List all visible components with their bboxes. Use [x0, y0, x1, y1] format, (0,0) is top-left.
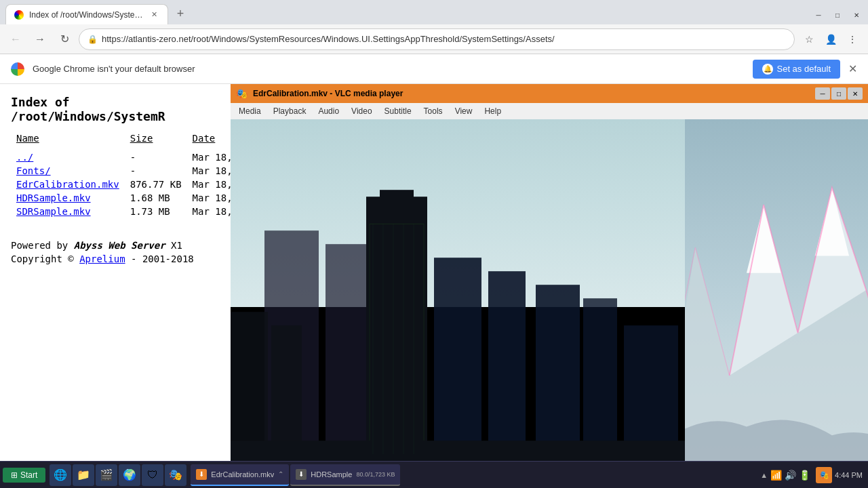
- vlc-menu-help[interactable]: Help: [479, 105, 507, 117]
- svg-rect-7: [231, 312, 268, 461]
- set-default-icon: 🔔: [762, 64, 773, 75]
- chrome-window: Index of /root/Windows/SystemRes... ✕ + …: [0, 0, 868, 488]
- svg-rect-6: [488, 271, 526, 461]
- file-size: 876.77 KB: [125, 178, 187, 191]
- tab-title: Index of /root/Windows/SystemRes...: [29, 10, 143, 20]
- active-tab[interactable]: Index of /root/Windows/SystemRes... ✕: [5, 4, 168, 24]
- system-time: 4:44 PM: [835, 471, 863, 479]
- col-date: Date: [187, 131, 231, 145]
- vlc-menu-playback[interactable]: Playback: [268, 105, 312, 117]
- file-link-sdr[interactable]: SDRSample.mkv: [16, 206, 91, 217]
- taskbar-item-size: 80.0/1,723 KB: [356, 471, 395, 478]
- new-tab-button[interactable]: +: [171, 4, 190, 23]
- tab-close-button[interactable]: ✕: [149, 9, 159, 20]
- tab-bar: Index of /root/Windows/SystemRes... ✕ + …: [0, 0, 868, 24]
- file-date: Mar 18, 2019 22:46:39: [187, 191, 231, 205]
- file-date: Mar 18, 2019 22:53:20: [187, 164, 231, 178]
- table-row: Fonts/ - Mar 18, 2019 22:53:20: [11, 164, 231, 178]
- table-row: SDRSample.mkv 1.73 MB Mar 18, 2019 22:46…: [11, 205, 231, 218]
- mountain-svg: [685, 119, 868, 461]
- reload-button[interactable]: ↻: [54, 29, 75, 49]
- svg-rect-9: [536, 285, 580, 461]
- file-index-page: Index of /root/Windows/SystemR Name Size…: [0, 84, 231, 461]
- vlc-menu-tools[interactable]: Tools: [418, 105, 448, 117]
- close-button[interactable]: ✕: [848, 8, 865, 22]
- taskbar-item-hdr[interactable]: ⬇ HDRSample 80.0/1,723 KB: [290, 464, 400, 486]
- col-name: Name: [11, 131, 125, 145]
- file-size: -: [125, 150, 187, 164]
- vlc-minimize[interactable]: ─: [815, 87, 830, 100]
- vlc-menu-subtitle[interactable]: Subtitle: [379, 105, 417, 117]
- footer: Powered by Abyss Web Server X1 Copyright…: [11, 240, 220, 264]
- vlc-menu-media[interactable]: Media: [233, 105, 267, 117]
- svg-rect-3: [380, 190, 414, 210]
- menu-button[interactable]: ⋮: [842, 29, 863, 49]
- file-link-fonts[interactable]: Fonts/: [16, 165, 51, 176]
- secure-icon: 🔒: [87, 35, 98, 44]
- back-button[interactable]: ←: [5, 29, 26, 49]
- vlc-menu-audio[interactable]: Audio: [313, 105, 344, 117]
- vlc-menu-view[interactable]: View: [450, 105, 478, 117]
- vlc-video-area[interactable]: ANY ▶ RUN: [231, 119, 868, 461]
- powered-by-text: Powered by Abyss Web Server X1: [11, 240, 220, 251]
- vlc-close[interactable]: ✕: [848, 87, 863, 100]
- file-size: 1.68 MB: [125, 191, 187, 205]
- file-date: Mar 18, 2019 22:46:39: [187, 178, 231, 191]
- page-title: Index of /root/Windows/SystemR: [11, 95, 220, 123]
- server-name: Abyss Web Server: [74, 240, 165, 251]
- tray-expand[interactable]: ▲: [760, 471, 768, 479]
- file-link-parent[interactable]: ../: [16, 152, 33, 163]
- copyright-line: Copyright © Aprelium - 2001-2018: [11, 253, 220, 264]
- file-date: Mar 18, 2019 22:53:20: [187, 150, 231, 164]
- minimize-button[interactable]: ─: [810, 8, 827, 22]
- aprelium-link[interactable]: Aprelium: [79, 253, 125, 264]
- profile-button[interactable]: 👤: [821, 29, 841, 49]
- vlc-window-title: EdrCalibration.mkv - VLC media player: [253, 89, 810, 98]
- start-button[interactable]: ⊞ Start: [3, 468, 45, 483]
- vlc-menubar: Media Playback Audio Video Subtitle Tool…: [231, 103, 868, 119]
- file-link-edr[interactable]: EdrCalibration.mkv: [16, 179, 119, 190]
- svg-rect-2: [366, 197, 427, 461]
- tray-extra-icons: 🎭: [816, 467, 832, 483]
- taskbar-shield-icon[interactable]: 🛡: [142, 464, 163, 486]
- server-version: X1: [171, 240, 182, 251]
- col-size: Size: [125, 131, 187, 145]
- maximize-button[interactable]: □: [829, 8, 846, 22]
- taskbar-item-edr[interactable]: ⬇ EdrCalibration.mkv ⌃: [191, 464, 289, 486]
- tab-favicon: [14, 10, 24, 20]
- vlc-app-icon: 🎭: [236, 88, 248, 99]
- toolbar: ← → ↻ 🔒 https://atlantis-zero.net/root/W…: [0, 24, 868, 54]
- vlc-menu-video[interactable]: Video: [346, 105, 377, 117]
- vlc-window-controls: ─ □ ✕: [815, 87, 863, 100]
- taskbar-item-hdr-label: HDRSample: [311, 470, 352, 479]
- taskbar-item-info: 80.0/1,723 KB: [356, 471, 395, 478]
- vlc-maximize[interactable]: □: [831, 87, 846, 100]
- svg-rect-1: [326, 244, 366, 461]
- table-row: HDRSample.mkv 1.68 MB Mar 18, 2019 22:46…: [11, 191, 231, 205]
- edr-download-icon: ⬇: [196, 469, 207, 480]
- file-size: 1.73 MB: [125, 205, 187, 218]
- tray-network-icon: 📶: [770, 470, 782, 481]
- taskbar-vlc-icon[interactable]: 🎭: [165, 464, 186, 486]
- right-image-fragment: [685, 119, 868, 461]
- address-bar[interactable]: 🔒 https://atlantis-zero.net/root/Windows…: [79, 28, 795, 50]
- tray-vlc-icon[interactable]: 🎭: [816, 467, 832, 483]
- notification-text: Google Chrome isn't your default browser: [33, 64, 745, 74]
- svg-rect-10: [583, 298, 617, 461]
- taskbar-chrome-icon[interactable]: 🌍: [119, 464, 140, 486]
- tray-battery-icon: 🔋: [799, 470, 810, 481]
- taskbar-explorer-icon[interactable]: 📁: [73, 464, 94, 486]
- table-row: ../ - Mar 18, 2019 22:53:20: [11, 150, 231, 164]
- taskbar-ie-icon[interactable]: 🌐: [50, 464, 71, 486]
- forward-button[interactable]: →: [30, 29, 50, 49]
- file-link-hdr[interactable]: HDRSample.mkv: [16, 192, 91, 203]
- set-default-button[interactable]: 🔔 Set as default: [753, 60, 841, 79]
- taskbar-vlc-taskbar-icon[interactable]: 🎬: [96, 464, 117, 486]
- tray-sound-icon: 🔊: [785, 470, 796, 481]
- taskbar-chevron: ⌃: [278, 470, 283, 478]
- taskbar: ⊞ Start 🌐 📁 🎬 🌍 🛡 🎭 ⬇ EdrCalibration.mkv…: [0, 461, 868, 488]
- main-area: Index of /root/Windows/SystemR Name Size…: [0, 84, 868, 461]
- copyright-years: - 2001-2018: [131, 253, 194, 264]
- bookmark-button[interactable]: ☆: [799, 29, 819, 49]
- notification-close-button[interactable]: ✕: [848, 62, 857, 75]
